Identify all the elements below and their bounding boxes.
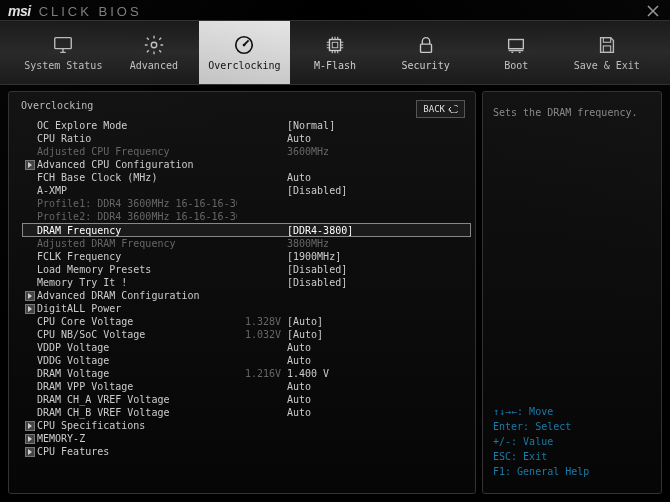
setting-row[interactable]: DigitALL Power bbox=[23, 302, 471, 315]
gear-icon bbox=[143, 34, 165, 56]
save-icon bbox=[596, 34, 618, 56]
svg-rect-4 bbox=[330, 40, 341, 51]
brand-logo: msi bbox=[8, 3, 31, 19]
setting-row[interactable]: FCLK Frequency[1900MHz] bbox=[23, 250, 471, 263]
setting-row[interactable]: CPU RatioAuto bbox=[23, 132, 471, 145]
setting-label: DRAM VPP Voltage bbox=[37, 380, 237, 393]
setting-row[interactable]: A-XMP[Disabled] bbox=[23, 184, 471, 197]
tab-security[interactable]: Security bbox=[380, 21, 471, 84]
settings-list: OC Explore Mode[Normal]CPU RatioAutoAdju… bbox=[23, 119, 471, 458]
gauge-icon bbox=[233, 34, 255, 56]
setting-row[interactable]: DRAM Voltage1.216V1.400 V bbox=[23, 367, 471, 380]
tab-system-status[interactable]: System Status bbox=[18, 21, 109, 84]
setting-value: Auto bbox=[287, 406, 463, 419]
monitor-icon bbox=[52, 34, 74, 56]
tab-m-flash[interactable]: M-Flash bbox=[290, 21, 381, 84]
close-icon bbox=[647, 5, 659, 17]
setting-value: Auto bbox=[287, 341, 463, 354]
setting-label: Adjusted CPU Frequency bbox=[37, 145, 237, 158]
setting-row: Adjusted DRAM Frequency3800MHz bbox=[23, 237, 471, 250]
svg-point-3 bbox=[243, 44, 246, 47]
close-button[interactable] bbox=[644, 2, 662, 20]
setting-label: CPU Specifications bbox=[37, 419, 237, 432]
setting-label: Profile1: DDR4 3600MHz 16-16-16-36 bbox=[37, 197, 237, 210]
setting-value: Auto bbox=[287, 393, 463, 406]
setting-row[interactable]: DRAM CH_A VREF VoltageAuto bbox=[23, 393, 471, 406]
setting-row[interactable]: MEMORY-Z bbox=[23, 432, 471, 445]
tab-label: Overclocking bbox=[208, 60, 280, 71]
tab-label: M-Flash bbox=[314, 60, 356, 71]
setting-row[interactable]: CPU NB/SoC Voltage1.032V[Auto] bbox=[23, 328, 471, 341]
svg-rect-0 bbox=[55, 38, 72, 49]
setting-value: [Disabled] bbox=[287, 276, 463, 289]
setting-row[interactable]: Advanced DRAM Configuration bbox=[23, 289, 471, 302]
help-key-line: F1: General Help bbox=[493, 464, 651, 479]
setting-row[interactable]: Memory Try It ![Disabled] bbox=[23, 276, 471, 289]
setting-label: OC Explore Mode bbox=[37, 119, 237, 132]
setting-label: VDDG Voltage bbox=[37, 354, 237, 367]
help-panel: Sets the DRAM frequency. ↑↓→←: MoveEnter… bbox=[482, 91, 662, 494]
setting-value: [1900MHz] bbox=[287, 250, 463, 263]
setting-row[interactable]: VDDP VoltageAuto bbox=[23, 341, 471, 354]
setting-label: MEMORY-Z bbox=[37, 432, 237, 445]
back-label: BACK bbox=[423, 104, 445, 114]
help-key-line: Enter: Select bbox=[493, 419, 651, 434]
setting-row[interactable]: CPU Features bbox=[23, 445, 471, 458]
tab-advanced[interactable]: Advanced bbox=[109, 21, 200, 84]
setting-row[interactable]: DRAM Frequency[DDR4-3800] bbox=[22, 223, 471, 237]
setting-row[interactable]: CPU Specifications bbox=[23, 419, 471, 432]
expand-icon bbox=[23, 304, 37, 314]
setting-value: [Normal] bbox=[287, 119, 463, 132]
setting-label: Load Memory Presets bbox=[37, 263, 237, 276]
tab-label: Save & Exit bbox=[574, 60, 640, 71]
svg-rect-6 bbox=[420, 44, 431, 52]
expand-icon bbox=[23, 291, 37, 301]
setting-voltage: 1.216V bbox=[237, 367, 287, 380]
setting-value: Auto bbox=[287, 132, 463, 145]
help-key-line: ESC: Exit bbox=[493, 449, 651, 464]
setting-value: Auto bbox=[287, 171, 463, 184]
settings-panel: BACK Overclocking OC Explore Mode[Normal… bbox=[8, 91, 476, 494]
help-text: Sets the DRAM frequency. bbox=[493, 106, 651, 120]
expand-icon bbox=[23, 421, 37, 431]
setting-row: Profile1: DDR4 3600MHz 16-16-16-36 bbox=[23, 197, 471, 210]
setting-label: FCLK Frequency bbox=[37, 250, 237, 263]
setting-label: Advanced CPU Configuration bbox=[37, 158, 237, 171]
tab-boot[interactable]: Boot bbox=[471, 21, 562, 84]
svg-rect-5 bbox=[332, 42, 338, 48]
tab-save-exit[interactable]: Save & Exit bbox=[561, 21, 652, 84]
setting-label: CPU Features bbox=[37, 445, 237, 458]
setting-row[interactable]: Load Memory Presets[Disabled] bbox=[23, 263, 471, 276]
setting-label: CPU Core Voltage bbox=[37, 315, 237, 328]
setting-row[interactable]: CPU Core Voltage1.328V[Auto] bbox=[23, 315, 471, 328]
setting-label: DigitALL Power bbox=[37, 302, 237, 315]
setting-label: Memory Try It ! bbox=[37, 276, 237, 289]
setting-row[interactable]: OC Explore Mode[Normal] bbox=[23, 119, 471, 132]
setting-row[interactable]: VDDG VoltageAuto bbox=[23, 354, 471, 367]
help-key-line: +/-: Value bbox=[493, 434, 651, 449]
setting-row[interactable]: FCH Base Clock (MHz)Auto bbox=[23, 171, 471, 184]
setting-voltage: 1.328V bbox=[237, 315, 287, 328]
back-button[interactable]: BACK bbox=[416, 100, 465, 118]
setting-row[interactable]: DRAM VPP VoltageAuto bbox=[23, 380, 471, 393]
tab-label: System Status bbox=[24, 60, 102, 71]
setting-label: CPU Ratio bbox=[37, 132, 237, 145]
tab-overclocking[interactable]: Overclocking bbox=[199, 21, 290, 84]
setting-label: Adjusted DRAM Frequency bbox=[37, 237, 237, 250]
svg-rect-9 bbox=[603, 46, 610, 52]
setting-label: VDDP Voltage bbox=[37, 341, 237, 354]
top-tabs: System StatusAdvancedOverclockingM-Flash… bbox=[0, 20, 670, 85]
setting-value: [DDR4-3800] bbox=[287, 224, 462, 237]
setting-value: 3600MHz bbox=[287, 145, 463, 158]
setting-row[interactable]: DRAM CH_B VREF VoltageAuto bbox=[23, 406, 471, 419]
title-bar: msi CLICK BIOS bbox=[0, 0, 670, 20]
product-name: CLICK BIOS bbox=[39, 4, 142, 19]
setting-label: DRAM CH_A VREF Voltage bbox=[37, 393, 237, 406]
setting-label: CPU NB/SoC Voltage bbox=[37, 328, 237, 341]
setting-value: 3800MHz bbox=[287, 237, 463, 250]
chip-icon bbox=[324, 34, 346, 56]
boot-icon bbox=[505, 34, 527, 56]
setting-label: A-XMP bbox=[37, 184, 237, 197]
setting-row[interactable]: Advanced CPU Configuration bbox=[23, 158, 471, 171]
setting-value: [Disabled] bbox=[287, 263, 463, 276]
